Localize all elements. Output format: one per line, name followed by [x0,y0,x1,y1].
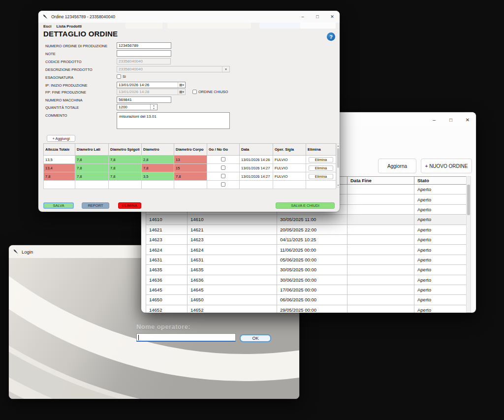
measure-cell[interactable]: 13,5 [44,156,75,164]
measure-cell[interactable]: 7,8 [75,164,109,172]
measure-cell[interactable] [174,181,207,189]
commento-label: COMMENTO [45,113,67,118]
gonogo-checkbox[interactable] [221,157,225,162]
spinner-down-icon[interactable]: ▼ [151,107,157,110]
measure-cell[interactable]: 2,8 [142,156,174,164]
order-cell: 30/05/2025 11:00 [277,215,347,225]
minimize-button[interactable]: – [295,11,310,23]
measure-cell[interactable] [142,181,174,189]
measure-column-header[interactable]: Diametro Corpo [174,144,207,156]
measure-column-header[interactable]: Data [240,144,273,156]
gonogo-checkbox[interactable] [221,174,225,178]
order-row[interactable]: 146211462120/05/2025 22:00Aperto [146,225,467,234]
measure-column-header[interactable]: Diametro [142,144,174,156]
measure-cell[interactable]: 7,8 [174,172,207,181]
ordine-chiuso-checkbox[interactable] [192,90,197,94]
order-cell [347,234,414,244]
measure-column-header[interactable]: Go / No Go [207,144,240,156]
order-row[interactable]: 146501465006/06/2025 00:00Aperto [146,295,467,305]
commento-textarea[interactable]: misurazioni del 13.01 [117,112,230,129]
measure-cell[interactable]: 13,4 [44,164,75,172]
order-cell: Aperto [414,275,467,285]
data-cell: 13/01/2026 14:27 [240,172,273,181]
nuovo-ordine-button[interactable]: + NUOVO ORDINE [421,159,472,173]
order-row[interactable]: 146451464517/06/2025 00:00Aperto [146,285,467,294]
measurements-scrollbar[interactable]: ▲ ▼ [336,143,340,188]
measure-cell[interactable]: 13 [174,156,207,164]
elimina-button[interactable]: ELIMINA [118,202,141,209]
salva-e-chiudi-button[interactable]: SALVA E CHIUDI [276,202,335,209]
order-cell: 14635 [188,265,277,275]
ok-button[interactable]: OK [240,334,271,342]
measure-column-header[interactable]: Altezza Totale [44,144,75,156]
order-row[interactable]: 146311463105/06/2025 00:00Aperto [146,255,467,264]
close-button[interactable]: ✕ [325,11,340,23]
note-input[interactable] [117,50,171,57]
order-cell: Aperto [414,295,467,305]
measure-cell[interactable] [44,181,75,189]
esagonatura-checkbox[interactable] [117,74,121,79]
numero-ordine-input[interactable]: 123456789 [117,42,171,49]
scrollbar-thumb[interactable] [467,185,470,215]
measurements-table: Altezza TotaleDiametro LatiDiametro Spig… [43,143,336,189]
order-row[interactable]: 146101461030/05/2025 11:00Aperto [146,215,467,225]
measure-cell[interactable]: 7,8 [142,164,174,172]
order-cell: 14621 [188,225,277,234]
report-button[interactable]: REPORT [82,202,109,209]
order-row[interactable]: 146521465229/05/2025 00:00Aperto [146,305,467,313]
measure-column-header[interactable]: Diametro Spigoli [109,144,142,156]
aggiungi-button[interactable]: + Aggiungi [47,135,75,142]
orders-scrollbar[interactable] [466,176,471,313]
maximize-button[interactable]: □ [442,112,459,127]
menu-highlight [126,23,162,29]
measure-cell[interactable]: 7,8 [75,156,109,164]
minimize-button[interactable]: – [426,112,442,127]
aggiorna-button[interactable]: Aggiorna [378,159,416,173]
menu-lista-prodotti[interactable]: Lista Prodotti [56,24,82,29]
measure-cell[interactable]: 7,8 [109,156,142,164]
measure-column-header[interactable]: Oper. Sigla [273,144,306,156]
row-elimina-button[interactable]: Elimina [309,157,333,162]
order-cell [347,295,414,305]
inizio-produzione-datepicker[interactable]: 13/01/2026 14:26 [117,82,186,88]
order-cell: 29/05/2025 00:00 [277,305,347,313]
measure-column-header[interactable]: Diametro Lati [75,144,109,156]
measure-cell[interactable]: 15 [174,164,207,172]
measure-row [44,181,336,189]
order-cell: 14610 [146,215,188,225]
scroll-down-icon[interactable]: ▼ [337,183,340,187]
order-cell: 14621 [146,225,188,234]
measure-row: 13,47,87,87,81513/01/2026 14:27FULVIOEli… [44,164,336,172]
orders-column-header[interactable]: Stato [414,177,467,185]
orders-column-header[interactable]: Data Fine [347,177,414,185]
measure-cell[interactable]: 7,8 [75,172,109,181]
measure-cell[interactable] [75,181,109,189]
measure-column-header[interactable]: Elimina [306,144,336,156]
gonogo-checkbox[interactable] [221,182,225,187]
row-elimina-button[interactable]: Elimina [309,165,333,171]
order-row[interactable]: 146351463530/05/2025 00:00Aperto [146,265,467,275]
order-cell: 14650 [188,295,277,305]
numero-macchina-input[interactable]: 569841 [117,97,171,103]
measure-cell[interactable]: 7,8 [44,172,75,181]
order-cell: Aperto [414,285,467,294]
gonogo-checkbox[interactable] [221,165,225,170]
order-row[interactable]: 146231462304/11/2025 10:25Aperto [146,234,467,244]
measure-cell[interactable]: 7,8 [109,164,142,172]
operator-name-input[interactable] [136,333,236,342]
measure-cell[interactable]: 7,8 [109,172,142,181]
quantita-totale-stepper[interactable]: 1200 ▲▼ [117,104,158,110]
order-row[interactable]: 146241462411/06/2025 00:00Aperto [146,245,467,255]
measure-cell[interactable]: 3,5 [142,172,174,181]
app-icon [42,14,48,20]
salva-button[interactable]: SALVA [43,202,74,209]
measure-cell[interactable] [109,181,142,189]
menu-esci[interactable]: Esci [43,24,51,29]
close-button[interactable]: ✕ [459,112,476,127]
order-row[interactable]: 146361463630/06/2025 00:00Aperto [146,275,467,285]
row-elimina-button[interactable]: Elimina [309,174,333,179]
help-icon[interactable]: ? [327,32,335,41]
scrollbar-thumb[interactable] [337,148,339,168]
scroll-up-icon[interactable]: ▲ [337,144,340,148]
maximize-button[interactable]: □ [310,11,325,23]
